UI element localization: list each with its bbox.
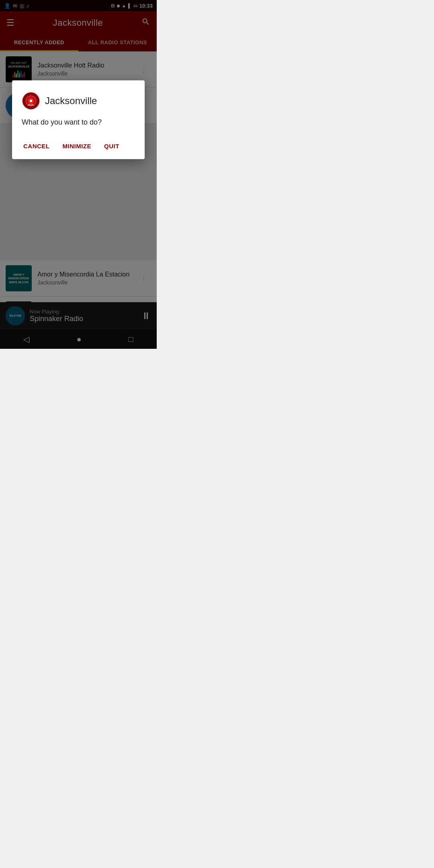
dialog-actions: CANCEL MINIMIZE QUIT <box>22 139 135 153</box>
dialog-header: JKSVL Jacksonville <box>22 92 135 110</box>
dialog-title: Jacksonville <box>45 95 97 106</box>
dialog-message: What do you want to do? <box>22 118 135 127</box>
dialog-overlay: JKSVL Jacksonville What do you want to d… <box>0 0 157 349</box>
minimize-button[interactable]: MINIMIZE <box>61 139 93 153</box>
svg-point-2 <box>30 100 32 102</box>
cancel-button[interactable]: CANCEL <box>22 139 51 153</box>
svg-text:JKSVL: JKSVL <box>28 104 34 106</box>
dialog-app-icon: JKSVL <box>22 92 40 110</box>
dialog: JKSVL Jacksonville What do you want to d… <box>12 80 145 159</box>
quit-button[interactable]: QUIT <box>102 139 121 153</box>
